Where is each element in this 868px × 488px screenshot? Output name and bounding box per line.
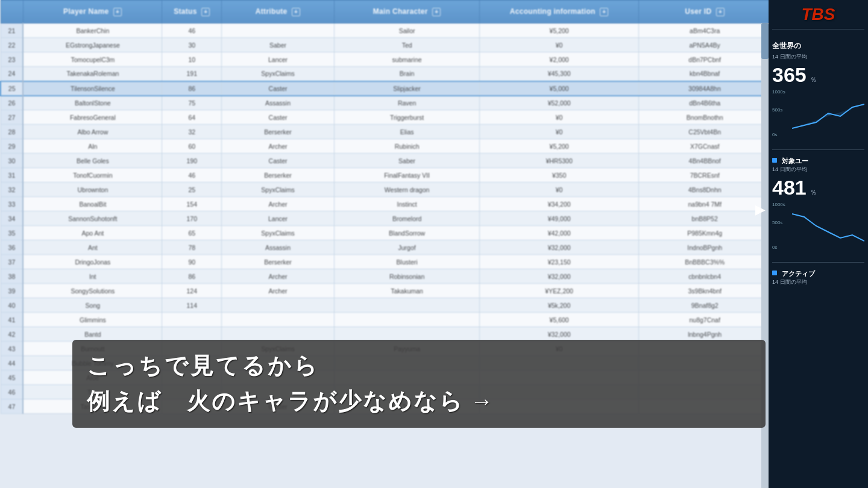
col-filter-player-name[interactable]: +	[113, 8, 122, 16]
col-filter-main-character[interactable]: +	[432, 8, 441, 16]
cell-user_id: 9Bnaf8g2	[638, 298, 771, 313]
cell-player_name: SongySolutions	[23, 284, 162, 298]
table-row[interactable]: 27FabresoGeneral64CasterTriggerburst¥0Bn…	[1, 110, 771, 125]
col-filter-user-id[interactable]: +	[716, 8, 725, 16]
cell-row_num: 45	[1, 371, 23, 385]
cell-main_character: Brain	[334, 67, 480, 81]
cell-player_name: Song	[23, 298, 162, 313]
cell-status: 114	[162, 298, 222, 313]
table-row[interactable]: 24TakenakaRoleman191SpyxClaimsBrain¥45,3…	[1, 67, 771, 81]
cell-row_num: 46	[1, 385, 23, 399]
target-number-row: 481 ％	[772, 176, 864, 199]
active-indicator-icon	[772, 271, 777, 275]
col-header-attribute[interactable]: Attribute +	[222, 1, 335, 23]
subtitle-line2: 例えば 火のキャラが少なめなら→	[87, 386, 751, 417]
cell-row_num: 30	[1, 154, 23, 168]
cell-status: 90	[162, 255, 222, 269]
active-indicator-row: アクティブ	[772, 267, 864, 278]
cell-main_character	[334, 298, 480, 313]
table-row[interactable]: 33BanoalBit154ArcherInstinct¥34,200na9bn…	[1, 197, 771, 211]
cell-accounting: ¥5k,200	[480, 298, 639, 313]
col-header-accounting[interactable]: Accounting information +	[480, 1, 639, 23]
cell-main_character: Elias	[334, 125, 480, 139]
col-filter-attribute[interactable]: +	[292, 8, 300, 16]
cell-accounting: ¥2,000	[480, 52, 639, 67]
cell-user_id: IndnoBPgnh	[638, 240, 771, 255]
active-label: アクティブ	[782, 270, 815, 277]
cell-user_id: lnbng4Pgnh	[638, 327, 771, 342]
cell-player_name: DringoJonas	[23, 255, 162, 269]
cell-status: 65	[162, 226, 222, 240]
table-row[interactable]: 34SannonSuhotonft170LancerBromelord¥49,0…	[1, 211, 771, 226]
cell-user_id: 4Bns8Dnhn	[638, 183, 771, 197]
subtitle-arrow: →	[470, 389, 495, 414]
cell-row_num: 22	[1, 38, 23, 52]
table-row[interactable]: 22EGstrongJapanese30SaberTed¥0aPN5A4By	[1, 38, 771, 52]
table-row[interactable]: 36Ant78AssassinJurgof¥32,000IndnoBPgnh	[1, 240, 771, 255]
cell-status: 190	[162, 154, 222, 168]
table-row[interactable]: 40Song114¥5k,2009Bnaf8g2	[1, 298, 771, 313]
table-row[interactable]: 23TomocupelC3m10Lancersubmarine¥2,000dBn…	[1, 52, 771, 67]
cell-attribute: Berserker	[222, 125, 335, 139]
cell-player_name: Ant	[23, 240, 162, 255]
col-filter-accounting[interactable]: +	[600, 8, 608, 16]
cell-row_num: 47	[1, 399, 23, 414]
target-indicator-icon	[772, 158, 777, 163]
target-indicator-row: 対象ユー	[772, 155, 864, 166]
worldwide-subtitle: 14 日間の平均	[772, 53, 864, 61]
table-row[interactable]: 32Ubrownton25SpyxClaimsWestern dragon¥04…	[1, 183, 771, 197]
cell-status: 124	[162, 284, 222, 298]
cell-status: 191	[162, 67, 222, 81]
cell-status: 64	[162, 110, 222, 125]
cell-accounting: ¥32,000	[480, 240, 639, 255]
cell-row_num: 27	[1, 110, 23, 125]
cell-attribute	[222, 313, 335, 327]
cell-status: 25	[162, 183, 222, 197]
cell-row_num: 32	[1, 183, 23, 197]
table-row[interactable]: 26BaltonlStone75AssassinRaven¥52,000dBn4…	[1, 96, 771, 110]
table-row[interactable]: 37DringoJonas90BerserkerBlusteri¥23,150B…	[1, 255, 771, 269]
cell-user_id: kbn4Bbnaf	[638, 67, 771, 81]
cell-status: 60	[162, 139, 222, 154]
col-header-status[interactable]: Status +	[162, 1, 222, 23]
table-row[interactable]: 31TonofCuormin46BerserkerFinalFantasy VI…	[1, 168, 771, 183]
table-row[interactable]: 25TilensonSilence86CasterSlipjacker¥5,00…	[1, 81, 771, 96]
col-header-user-id[interactable]: User ID +	[638, 1, 771, 23]
cell-player_name: TomocupelC3m	[23, 52, 162, 67]
table-row[interactable]: 39SongySolutions124ArcherTakakuman¥YEZ,2…	[1, 284, 771, 298]
cell-status: 78	[162, 240, 222, 255]
cell-user_id: bnB8P52	[638, 211, 771, 226]
cell-main_character: FinalFantasy VII	[334, 168, 480, 183]
col-header-player-name[interactable]: Player Name +	[23, 1, 162, 23]
cell-user_id: X7GCnasf	[638, 139, 771, 154]
cell-attribute: Caster	[222, 110, 335, 125]
table-row[interactable]: 21BankerChin46Sailor¥5,200aBm4C3ra	[1, 23, 771, 38]
cell-attribute: Archer	[222, 139, 335, 154]
cell-accounting: ¥0	[480, 125, 639, 139]
cell-player_name: BanoalBit	[23, 197, 162, 211]
target-chart-svg	[792, 208, 864, 244]
col-header-main-character[interactable]: Main Character +	[334, 1, 480, 23]
cell-main_character: Robinsonian	[334, 269, 480, 284]
cell-status: 154	[162, 197, 222, 211]
cell-player_name: SannonSuhotonft	[23, 211, 162, 226]
table-row[interactable]: 28Albo Arrow32BerserkerElias¥0C25Vbt4Bn	[1, 125, 771, 139]
cell-attribute	[222, 327, 335, 342]
table-row[interactable]: 30Belle Goles190CasterSaber¥HR53004Bn4BB…	[1, 154, 771, 168]
col-filter-status[interactable]: +	[201, 8, 210, 16]
cell-main_character: Triggerburst	[334, 110, 480, 125]
scrollbar-thumb[interactable]	[761, 23, 769, 59]
table-row[interactable]: 29Aln60ArcherRubinich¥5,200X7GCnasf	[1, 139, 771, 154]
cell-main_character: Bromelord	[334, 211, 480, 226]
cell-status: 32	[162, 125, 222, 139]
table-row[interactable]: 41Glimmins¥5,600nu8g7Cnaf	[1, 313, 771, 327]
table-row[interactable]: 38lnt86ArcherRobinsonian¥32,000cbnbnlcbn…	[1, 269, 771, 284]
cell-main_character	[334, 313, 480, 327]
cell-user_id: aPN5A4By	[638, 38, 771, 52]
cell-row_num: 29	[1, 139, 23, 154]
cell-status: 46	[162, 23, 222, 38]
cell-accounting: ¥52,000	[480, 96, 639, 110]
cell-player_name: BaltonlStone	[23, 96, 162, 110]
table-row[interactable]: 35Apo Ant65SpyxClaimsBlandSorrow¥42,000P…	[1, 226, 771, 240]
table-row[interactable]: 42Bantd¥32,000lnbng4Pgnh	[1, 327, 771, 342]
